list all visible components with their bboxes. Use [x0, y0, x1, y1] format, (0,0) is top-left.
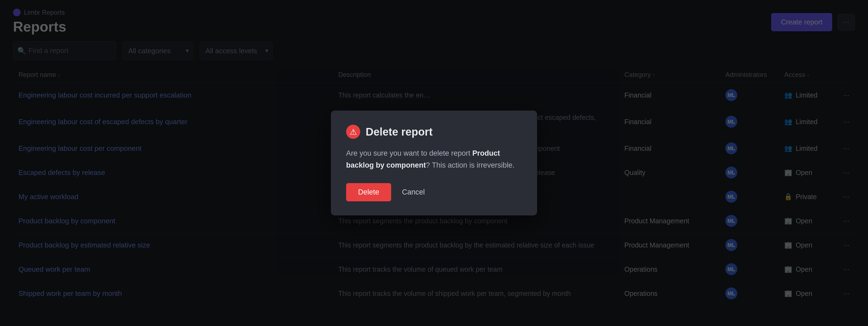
warning-icon: ⚠ — [346, 125, 360, 139]
modal-body: Are you sure you want to delete report P… — [346, 147, 522, 171]
modal-overlay: ⚠ Delete report Are you sure you want to… — [0, 0, 868, 326]
modal-title-row: ⚠ Delete report — [346, 125, 522, 139]
confirm-delete-button[interactable]: Delete — [346, 183, 391, 201]
modal-body-suffix: ? This action is irreversible. — [426, 161, 515, 169]
modal-body-prefix: Are you sure you want to delete report — [346, 149, 472, 157]
delete-report-modal: ⚠ Delete report Are you sure you want to… — [331, 111, 537, 215]
modal-actions: Delete Cancel — [346, 183, 522, 201]
cancel-button[interactable]: Cancel — [397, 183, 430, 201]
modal-title: Delete report — [366, 126, 433, 138]
